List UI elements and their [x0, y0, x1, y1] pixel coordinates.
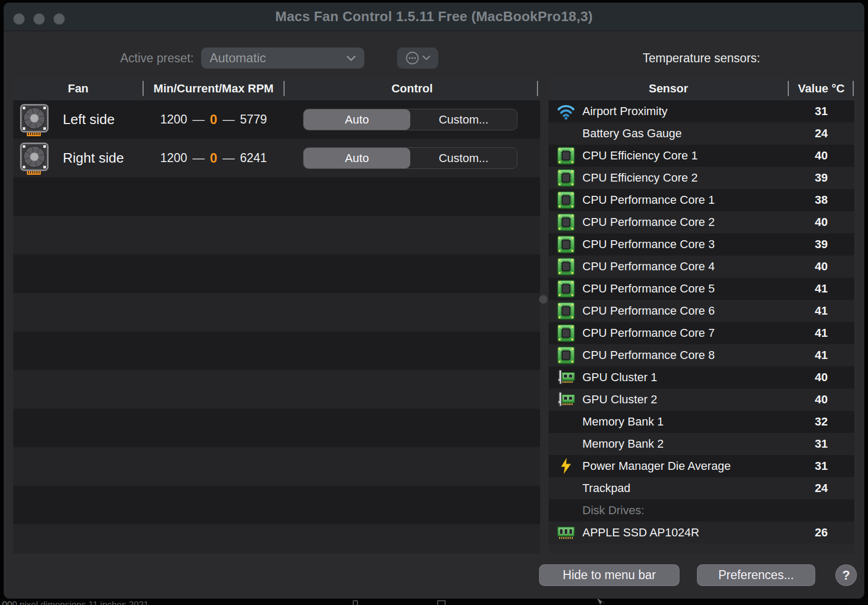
fan-icon [20, 143, 49, 175]
app-window: Macs Fan Control 1.5.11 Free (MacBookPro… [4, 3, 864, 599]
fan-column-header[interactable]: Fan [13, 82, 143, 96]
custom-control-button[interactable]: Custom... [410, 148, 517, 168]
fan-row[interactable]: Right side1200—0—6241AutoCustom... [13, 139, 540, 177]
minimize-button[interactable] [33, 13, 45, 25]
sensor-name: Memory Bank 1 [582, 415, 664, 429]
sensor-row[interactable]: CPU Performance Core 138 [549, 189, 854, 211]
pane-splitter-handle[interactable] [539, 295, 548, 304]
preset-actions-button[interactable] [397, 48, 438, 69]
cpu-icon [556, 324, 576, 343]
sensor-row[interactable]: Airport Proximity31 [549, 100, 854, 122]
sensor-rows: Airport Proximity31Battery Gas Gauge24CP… [549, 100, 854, 544]
sensor-row[interactable]: CPU Performance Core 240 [549, 211, 854, 233]
sensor-row[interactable]: Memory Bank 231 [549, 433, 854, 455]
sensor-value: 40 [788, 260, 854, 273]
sensor-row[interactable]: CPU Performance Core 440 [549, 256, 854, 278]
cpu-icon [556, 168, 576, 187]
sensor-name: CPU Efficiency Core 2 [582, 171, 697, 185]
sensor-row[interactable]: Memory Bank 132 [549, 411, 854, 433]
sensor-name: Memory Bank 2 [582, 437, 664, 451]
auto-control-button[interactable]: Auto [304, 109, 410, 130]
fan-max-rpm: 6241 [240, 151, 267, 165]
sensor-name: CPU Performance Core 8 [582, 348, 715, 362]
sensor-row[interactable]: APPLE SSD AP1024R26 [549, 522, 854, 544]
sensor-value: 38 [788, 193, 854, 207]
custom-control-button[interactable]: Custom... [410, 109, 517, 130]
empty-table-row [13, 177, 540, 216]
fan-icon [20, 104, 49, 137]
fan-rows: Left side1200—0—5779AutoCustom...Right s… [13, 100, 540, 554]
sensor-value: 41 [788, 326, 854, 340]
sensor-value: 26 [788, 526, 854, 540]
sensor-row[interactable]: Trackpad24 [549, 477, 854, 499]
sensor-row[interactable]: CPU Efficiency Core 140 [549, 145, 854, 167]
close-button[interactable] [13, 13, 25, 25]
fan-row[interactable]: Left side1200—0—5779AutoCustom... [13, 100, 540, 139]
preferences-button[interactable]: Preferences... [697, 564, 815, 586]
fan-rpm-values: 1200—0—5779 [143, 100, 284, 139]
sensor-name: CPU Performance Core 3 [582, 238, 715, 251]
fan-control-segmented: AutoCustom... [303, 109, 517, 130]
sensor-row[interactable]: CPU Performance Core 541 [549, 278, 854, 300]
sensor-row[interactable]: CPU Performance Core 841 [549, 344, 854, 366]
help-button[interactable]: ? [835, 564, 857, 586]
titlebar[interactable]: Macs Fan Control 1.5.11 Free (MacBookPro… [4, 3, 864, 31]
fan-name: Right side [63, 139, 124, 177]
cpu-icon [556, 346, 576, 365]
sensor-row[interactable]: Battery Gas Gauge24 [549, 122, 854, 145]
clipped-desktop-text: 000 pixel dimensions 11 inches 2021 [2, 600, 149, 605]
fan-min-rpm: 1200 [160, 151, 187, 165]
mouse-cursor [596, 598, 607, 605]
hide-to-menu-bar-button[interactable]: Hide to menu bar [539, 564, 680, 586]
value-column-header[interactable]: Value °C [788, 82, 854, 96]
fan-max-rpm: 5779 [240, 112, 267, 127]
bolt-icon [556, 457, 576, 476]
fan-name: Left side [63, 100, 115, 139]
auto-control-button[interactable]: Auto [304, 148, 410, 168]
sensor-name: GPU Cluster 2 [582, 393, 657, 407]
zoom-button[interactable] [53, 13, 65, 25]
sensor-name: CPU Performance Core 4 [582, 260, 715, 273]
sensor-section-row[interactable]: Disk Drives: [549, 499, 854, 522]
desktop-background-strip: 000 pixel dimensions 11 inches 2021 [0, 599, 868, 605]
sensor-name: CPU Performance Core 6 [582, 304, 715, 318]
sensor-value: 41 [788, 282, 854, 296]
sensor-value: 39 [788, 171, 854, 185]
sensor-row[interactable]: GPU Cluster 240 [549, 389, 854, 411]
sensor-value: 41 [788, 304, 854, 318]
sensor-name: Disk Drives: [582, 504, 644, 517]
column-divider [537, 81, 538, 96]
sensor-table-header: Sensor Value °C [549, 77, 854, 100]
sensor-value: 40 [788, 149, 854, 163]
active-preset-select[interactable]: Automatic [201, 48, 364, 69]
control-column-header[interactable]: Control [284, 82, 540, 96]
column-divider [853, 81, 854, 96]
sensor-row[interactable]: GPU Cluster 140 [549, 366, 854, 389]
fan-current-rpm: 0 [210, 150, 218, 166]
empty-table-row [13, 370, 540, 409]
sensor-value: 31 [788, 437, 854, 451]
sensor-name: Power Manager Die Average [582, 459, 731, 473]
wifi-icon [556, 102, 576, 121]
screen: 000 pixel dimensions 11 inches 2021 Macs… [0, 0, 868, 605]
sensor-value: 24 [788, 127, 854, 140]
sensor-value: 32 [788, 415, 854, 429]
empty-table-row [13, 216, 540, 254]
ellipsis-circle-icon [405, 51, 419, 65]
sensor-name: CPU Performance Core 2 [582, 215, 715, 229]
sensor-row[interactable]: CPU Performance Core 741 [549, 322, 854, 344]
rpm-column-header[interactable]: Min/Current/Max RPM [143, 82, 284, 96]
active-preset-label: Active preset: [88, 51, 194, 65]
gpu-icon [556, 368, 576, 387]
cpu-icon [556, 146, 576, 165]
fan-table-header: Fan Min/Current/Max RPM Control [13, 77, 540, 100]
cpu-icon [556, 213, 576, 232]
sensor-column-header[interactable]: Sensor [549, 82, 788, 96]
sensor-row[interactable]: CPU Efficiency Core 239 [549, 167, 854, 189]
sensor-row[interactable]: CPU Performance Core 641 [549, 300, 854, 322]
sensor-row[interactable]: Power Manager Die Average31 [549, 455, 854, 477]
fan-min-rpm: 1200 [160, 112, 187, 127]
sensor-name: CPU Performance Core 1 [582, 193, 715, 207]
sensor-row[interactable]: CPU Performance Core 339 [549, 233, 854, 256]
cpu-icon [556, 235, 576, 254]
